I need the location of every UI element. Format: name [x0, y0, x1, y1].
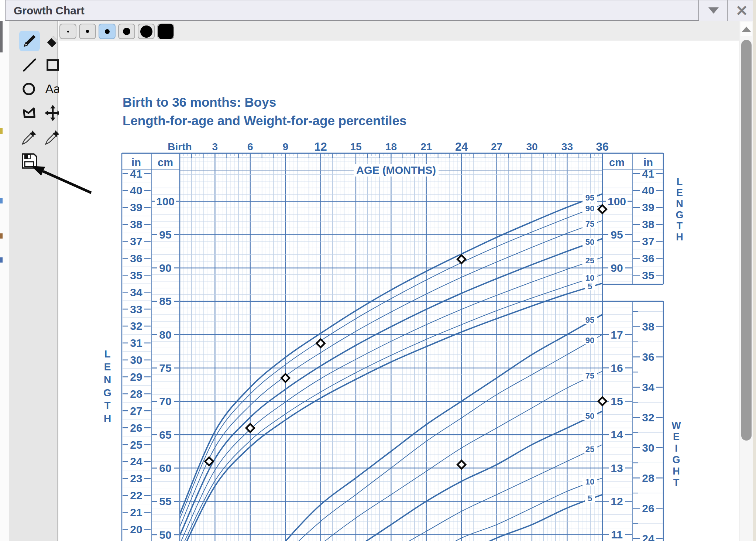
svg-text:100: 100	[608, 195, 626, 208]
svg-text:70: 70	[159, 395, 171, 407]
growth-chart: Birth to 36 months: BoysLength-for-age a…	[59, 21, 739, 541]
vertical-scrollbar[interactable]	[739, 21, 753, 541]
tool-line[interactable]	[19, 55, 40, 75]
svg-text:95: 95	[585, 315, 594, 325]
svg-text:T: T	[104, 400, 110, 411]
tool-eyedropper-1[interactable]	[19, 127, 40, 147]
svg-text:90: 90	[159, 262, 171, 274]
titlebar[interactable]: Growth Chart ✕	[5, 0, 756, 21]
svg-text:11: 11	[611, 528, 623, 541]
svg-text:H: H	[673, 466, 680, 477]
shade-button[interactable]	[698, 0, 728, 21]
svg-text:12: 12	[314, 140, 327, 153]
svg-text:36: 36	[642, 351, 654, 363]
svg-text:21: 21	[420, 141, 432, 153]
svg-text:3: 3	[212, 141, 218, 153]
svg-text:T: T	[673, 477, 680, 488]
svg-text:in: in	[131, 157, 141, 168]
svg-text:25: 25	[130, 439, 142, 451]
svg-text:90: 90	[585, 336, 594, 345]
tool-polygon[interactable]	[19, 103, 40, 123]
svg-text:50: 50	[159, 529, 171, 541]
pencil-icon	[21, 32, 38, 49]
svg-text:85: 85	[159, 295, 171, 307]
svg-text:10: 10	[585, 273, 594, 283]
svg-text:55: 55	[159, 495, 171, 507]
grid	[180, 153, 602, 541]
svg-text:20: 20	[130, 523, 142, 535]
paint-canvas[interactable]: Birth to 36 months: BoysLength-for-age a…	[59, 21, 739, 541]
ellipse-icon	[21, 81, 38, 97]
svg-text:W: W	[671, 420, 681, 431]
svg-text:32: 32	[130, 320, 142, 332]
svg-text:30: 30	[526, 141, 537, 153]
svg-text:65: 65	[159, 429, 171, 441]
svg-text:30: 30	[130, 354, 142, 366]
chevron-up-icon	[742, 27, 751, 32]
svg-text:38: 38	[130, 218, 142, 230]
svg-text:75: 75	[159, 362, 171, 374]
background-fragment	[0, 198, 3, 203]
svg-text:95: 95	[159, 229, 171, 241]
svg-text:33: 33	[561, 141, 573, 153]
svg-text:26: 26	[642, 502, 654, 514]
svg-text:90: 90	[611, 262, 623, 274]
svg-text:G: G	[103, 387, 111, 398]
svg-text:39: 39	[130, 201, 142, 213]
background-fragment	[0, 21, 3, 52]
svg-text:25: 25	[585, 445, 594, 454]
svg-text:E: E	[673, 431, 680, 442]
svg-text:39: 39	[642, 201, 654, 213]
svg-text:90: 90	[585, 204, 594, 213]
svg-text:G: G	[676, 209, 683, 220]
left-axis: 4140393837363534333231302928272625242322…	[122, 168, 180, 541]
tool-palette: Aa	[9, 21, 58, 541]
background-window-edge	[753, 0, 756, 541]
svg-text:L: L	[677, 176, 683, 187]
scrollbar-thumb[interactable]	[741, 40, 752, 441]
svg-text:95: 95	[585, 193, 594, 202]
patient-points	[205, 205, 606, 469]
svg-text:24: 24	[642, 533, 654, 541]
background-window-sliver	[0, 21, 9, 541]
svg-text:38: 38	[642, 321, 654, 333]
svg-text:L: L	[104, 348, 110, 360]
right-weight-panel: 171615141312113836343230282624	[602, 301, 663, 541]
svg-text:37: 37	[642, 235, 654, 247]
tool-pencil[interactable]	[19, 31, 40, 51]
svg-text:75: 75	[585, 219, 594, 229]
svg-text:6: 6	[247, 141, 253, 153]
svg-text:40: 40	[642, 184, 654, 196]
polygon-icon	[21, 105, 38, 121]
svg-text:15: 15	[611, 395, 623, 407]
svg-text:N: N	[676, 198, 683, 209]
svg-text:15: 15	[350, 141, 361, 153]
svg-text:36: 36	[642, 252, 654, 264]
svg-text:33: 33	[130, 303, 142, 315]
svg-text:9: 9	[282, 141, 288, 153]
svg-text:E: E	[104, 361, 111, 373]
tool-ellipse[interactable]	[19, 79, 40, 99]
svg-text:13: 13	[611, 462, 623, 474]
svg-text:14: 14	[611, 428, 623, 441]
svg-text:17: 17	[611, 329, 623, 341]
svg-text:T: T	[677, 220, 683, 232]
svg-text:100: 100	[156, 195, 175, 208]
close-button[interactable]: ✕	[727, 0, 756, 21]
svg-text:24: 24	[130, 455, 142, 468]
svg-text:28: 28	[130, 388, 142, 400]
close-icon: ✕	[736, 3, 748, 18]
svg-text:38: 38	[642, 218, 654, 230]
svg-text:23: 23	[130, 472, 142, 484]
x-axis: Birth369121518212427303336AGE (MONTHS)	[168, 140, 609, 177]
scroll-up-button[interactable]	[740, 22, 752, 36]
svg-text:29: 29	[130, 371, 142, 383]
svg-text:35: 35	[130, 269, 142, 281]
tool-save[interactable]	[19, 151, 40, 171]
svg-text:H: H	[104, 413, 111, 424]
svg-text:I: I	[675, 443, 678, 454]
svg-text:31: 31	[130, 337, 142, 349]
svg-text:30: 30	[642, 442, 654, 454]
svg-text:Birth to 36 months: Boys: Birth to 36 months: Boys	[123, 95, 276, 109]
svg-text:36: 36	[130, 252, 142, 264]
